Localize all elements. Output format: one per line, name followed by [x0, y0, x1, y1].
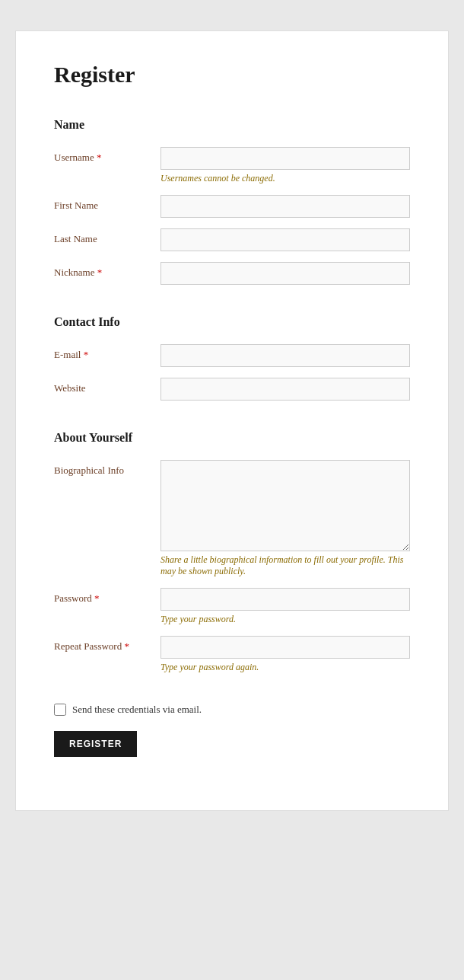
email-label: E-mail [54, 344, 160, 361]
send-credentials-checkbox[interactable] [54, 704, 66, 716]
register-button[interactable]: REGISTER [54, 731, 137, 757]
nickname-label: Nickname [54, 262, 160, 279]
lastname-label: Last Name [54, 228, 160, 245]
repeat-password-row: Repeat Password Type your password again… [54, 636, 410, 673]
lastname-input[interactable] [160, 228, 410, 251]
password-label: Password [54, 588, 160, 605]
firstname-label: First Name [54, 195, 160, 212]
email-row: E-mail [54, 344, 410, 367]
firstname-input[interactable] [160, 195, 410, 218]
repeat-password-label: Repeat Password [54, 636, 160, 653]
email-credentials-row: Send these credentials via email. [54, 704, 410, 716]
repeat-password-field-group: Type your password again. [160, 636, 410, 673]
password-row: Password Type your password. [54, 588, 410, 625]
username-label: Username [54, 147, 160, 164]
page-title: Register [54, 62, 410, 88]
nickname-field-group [160, 262, 410, 285]
bio-field-group: Share a little biographical information … [160, 460, 410, 577]
username-field-group: Usernames cannot be changed. [160, 147, 410, 184]
contact-section-title: Contact Info [54, 315, 410, 329]
password-field-group: Type your password. [160, 588, 410, 625]
password-hint: Type your password. [160, 614, 410, 625]
password-input[interactable] [160, 588, 410, 611]
contact-section: Contact Info E-mail Website [54, 315, 410, 401]
send-credentials-label[interactable]: Send these credentials via email. [72, 704, 202, 716]
firstname-row: First Name [54, 195, 410, 218]
email-input[interactable] [160, 344, 410, 367]
name-section: Name Username Usernames cannot be change… [54, 118, 410, 285]
firstname-field-group [160, 195, 410, 218]
website-label: Website [54, 378, 160, 394]
repeat-password-input[interactable] [160, 636, 410, 659]
lastname-field-group [160, 228, 410, 251]
about-section-title: About Yourself [54, 431, 410, 445]
email-field-group [160, 344, 410, 367]
page-wrapper: Register Name Username Usernames cannot … [0, 15, 464, 826]
footer-section: Send these credentials via email. REGIST… [54, 704, 410, 757]
bio-input[interactable] [160, 460, 410, 551]
website-input[interactable] [160, 378, 410, 401]
bio-label: Biographical Info [54, 460, 160, 477]
website-field-group [160, 378, 410, 401]
form-card: Register Name Username Usernames cannot … [15, 30, 449, 811]
bio-row: Biographical Info Share a little biograp… [54, 460, 410, 577]
website-row: Website [54, 378, 410, 401]
repeat-password-hint: Type your password again. [160, 662, 410, 673]
nickname-input[interactable] [160, 262, 410, 285]
username-hint: Usernames cannot be changed. [160, 173, 410, 184]
username-input[interactable] [160, 147, 410, 170]
nickname-row: Nickname [54, 262, 410, 285]
name-section-title: Name [54, 118, 410, 132]
lastname-row: Last Name [54, 228, 410, 251]
about-section: About Yourself Biographical Info Share a… [54, 431, 410, 673]
bio-hint: Share a little biographical information … [160, 554, 410, 577]
username-row: Username Usernames cannot be changed. [54, 147, 410, 184]
